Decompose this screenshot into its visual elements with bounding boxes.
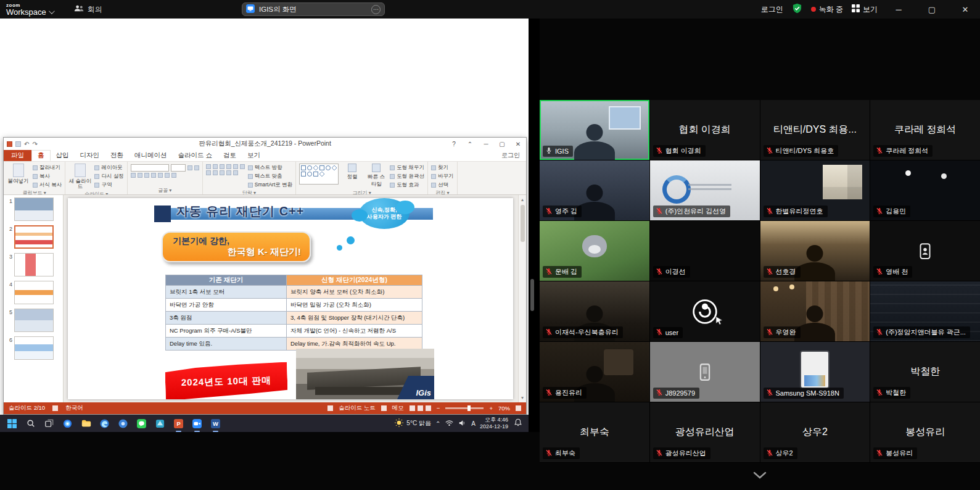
- ppt-minimize-button[interactable]: ─: [478, 138, 494, 150]
- ribbon-tool-icon[interactable]: [158, 173, 163, 178]
- ribbon-tool-icon[interactable]: [171, 173, 176, 178]
- ribbon-button[interactable]: 선택: [431, 181, 454, 189]
- participant-tile-우영완[interactable]: 우영완: [760, 281, 870, 341]
- ribbon-tool-icon[interactable]: [206, 170, 211, 175]
- meeting-tab[interactable]: 회의: [74, 4, 102, 15]
- scroll-up-icon[interactable]: ▴: [519, 197, 526, 202]
- gallery-scroll-down-button[interactable]: [741, 467, 779, 484]
- ribbon-tab-6[interactable]: 애니메이션: [129, 150, 173, 161]
- ribbon-button[interactable]: 도형 윤곽선: [390, 173, 424, 180]
- system-tray[interactable]: ⌃ A: [435, 420, 476, 428]
- ribbon-button[interactable]: 서식 복사: [33, 181, 62, 189]
- ribbon-button[interactable]: 텍스트 방향: [248, 164, 292, 172]
- ribbon-big-button[interactable]: 붙여넣기: [7, 164, 30, 189]
- weather-widget[interactable]: 5°C 맑음: [395, 418, 431, 428]
- close-button[interactable]: ✕: [953, 0, 978, 19]
- divider-drag-handle[interactable]: [530, 279, 534, 311]
- language-indicator[interactable]: 한국어: [65, 404, 83, 412]
- ribbon-button[interactable]: 잘라내기: [33, 164, 62, 172]
- slide-sorter-view-icon[interactable]: [418, 405, 423, 411]
- help-icon[interactable]: ?: [446, 138, 462, 150]
- fit-slide-icon[interactable]: [516, 405, 521, 411]
- folder-taskbar-icon[interactable]: [79, 417, 93, 431]
- ppt-close-button[interactable]: ✕: [510, 138, 526, 150]
- participant-tile-박철한[interactable]: 박철한박철한: [870, 342, 980, 402]
- ribbon-tool-icon[interactable]: [226, 164, 231, 169]
- volume-icon[interactable]: [458, 420, 466, 428]
- participant-tile-봉성유리[interactable]: 봉성유리봉성유리: [870, 402, 980, 462]
- participant-tile-IGIS[interactable]: IGIS: [540, 100, 649, 160]
- powerpoint-titlebar[interactable]: ↶ ↷ 판유리협회_신제품소개_241219 - PowerPoint ? ⌃ …: [4, 138, 526, 150]
- ribbon-tool-icon[interactable]: [213, 170, 218, 175]
- participant-tile-용진유리[interactable]: 용진유리: [540, 342, 649, 402]
- normal-view-icon[interactable]: [410, 405, 415, 411]
- ribbon-tab-4[interactable]: 디자인: [75, 150, 105, 161]
- undo-icon[interactable]: ↶: [24, 141, 29, 147]
- ribbon-medium-button[interactable]: 정렬: [342, 164, 363, 189]
- ribbon-tool-icon[interactable]: [233, 170, 238, 175]
- participant-tile-한별유리정연호[interactable]: 한별유리정연호: [760, 160, 870, 220]
- quick-access-toolbar[interactable]: ↶ ↷: [4, 141, 38, 147]
- zoom-in-icon[interactable]: +: [489, 405, 493, 412]
- ribbon-button[interactable]: 찾기: [431, 164, 454, 172]
- ribbon-tab-9[interactable]: 보기: [242, 150, 266, 161]
- notes-button[interactable]: 슬라이드 노트: [339, 404, 376, 412]
- ribbon-tab-7[interactable]: 슬라이드 쇼: [173, 150, 218, 161]
- participant-tile-티앤티-DYS-최용호[interactable]: 티앤티/DYS 최용...티앤티/DYS 최용호: [760, 100, 870, 160]
- ribbon-tool-icon[interactable]: [213, 164, 218, 169]
- slide-thumbnail-1[interactable]: 1: [6, 197, 61, 221]
- shape-gallery[interactable]: [299, 164, 339, 185]
- participant-tile-Samsung-SM-S918N[interactable]: Samsung SM-S918N: [760, 342, 870, 402]
- ribbon-button[interactable]: 도형 채우기: [390, 164, 424, 172]
- task-view-taskbar-icon[interactable]: [42, 417, 56, 431]
- spellcheck-icon[interactable]: [52, 405, 58, 411]
- slide-scrollbar[interactable]: ▴ ▾: [518, 195, 526, 402]
- zoom-taskbar-icon[interactable]: [190, 417, 204, 431]
- security-shield-icon[interactable]: [792, 3, 802, 15]
- save-icon[interactable]: [15, 141, 21, 147]
- scrollbar-thumb[interactable]: [521, 205, 525, 242]
- wifi-icon[interactable]: [445, 420, 453, 428]
- powerpoint-taskbar-icon[interactable]: P: [171, 417, 186, 431]
- ribbon-tool-icon[interactable]: [240, 164, 245, 169]
- more-options-icon[interactable]: ⋯: [371, 5, 381, 14]
- ribbon-display-icon[interactable]: ⌃: [462, 138, 478, 150]
- ribbon-button[interactable]: 도형 효과: [390, 181, 424, 189]
- ppt-maximize-button[interactable]: ▢: [494, 138, 510, 150]
- participant-tile-영주-김[interactable]: 영주 김: [540, 160, 649, 220]
- ribbon-tool-icon[interactable]: [138, 173, 142, 178]
- scroll-down-icon[interactable]: ▾: [519, 395, 526, 401]
- font-name-box[interactable]: [131, 164, 169, 172]
- participant-tile-이경선[interactable]: 이경선: [650, 221, 760, 281]
- slideshow-view-icon[interactable]: [426, 405, 431, 411]
- participant-tile-영배-천[interactable]: 영배 천: [870, 221, 980, 281]
- view-button[interactable]: 보기: [852, 4, 878, 15]
- font-size-box[interactable]: [171, 164, 186, 172]
- participant-tile--주-정암지앤더블유-곽근-[interactable]: (주)정암지앤더블유 곽근...: [870, 281, 980, 341]
- ribbon-tab-3[interactable]: 삽입: [51, 150, 75, 161]
- participant-tile--주-인천유리-김선영[interactable]: (주)인천유리 김선영: [650, 160, 760, 220]
- slide-thumbnail-2[interactable]: 2: [6, 225, 61, 249]
- ime-indicator[interactable]: A: [471, 420, 476, 427]
- ribbon-tool-icon[interactable]: [144, 173, 149, 178]
- ribbon-button[interactable]: SmartArt로 변환: [248, 181, 292, 189]
- participant-tile-쿠라레-정희석[interactable]: 쿠라레 정희석쿠라레 정희석: [870, 100, 980, 160]
- ribbon-tool-icon[interactable]: [206, 164, 211, 169]
- search-taskbar-icon[interactable]: [23, 417, 38, 431]
- ribbon-button[interactable]: 레이아웃: [94, 164, 123, 172]
- ribbon-tool-icon[interactable]: [226, 170, 231, 175]
- ribbon-button[interactable]: 텍스트 맞춤: [248, 173, 292, 180]
- participant-tile-광성유리산업[interactable]: 광성유리산업광성유리산업: [650, 402, 760, 462]
- ribbon-tool-icon[interactable]: [187, 165, 192, 170]
- ribbon-medium-button[interactable]: 빠른 스타일: [366, 164, 387, 189]
- ribbon-tab-2[interactable]: 홈: [31, 150, 51, 161]
- zoom-slider[interactable]: [445, 407, 484, 409]
- notification-bell-icon[interactable]: [513, 418, 524, 428]
- drive-taskbar-icon[interactable]: [153, 417, 167, 431]
- slide-thumbnail-3[interactable]: 3: [6, 253, 61, 276]
- ribbon-tool-icon[interactable]: [220, 170, 224, 175]
- ribbon-button[interactable]: 복사: [33, 173, 62, 180]
- zoom-percent[interactable]: 70%: [498, 405, 510, 412]
- slide-thumbnail-5[interactable]: 5: [6, 309, 61, 332]
- ribbon-tab-1[interactable]: 파일: [4, 150, 31, 161]
